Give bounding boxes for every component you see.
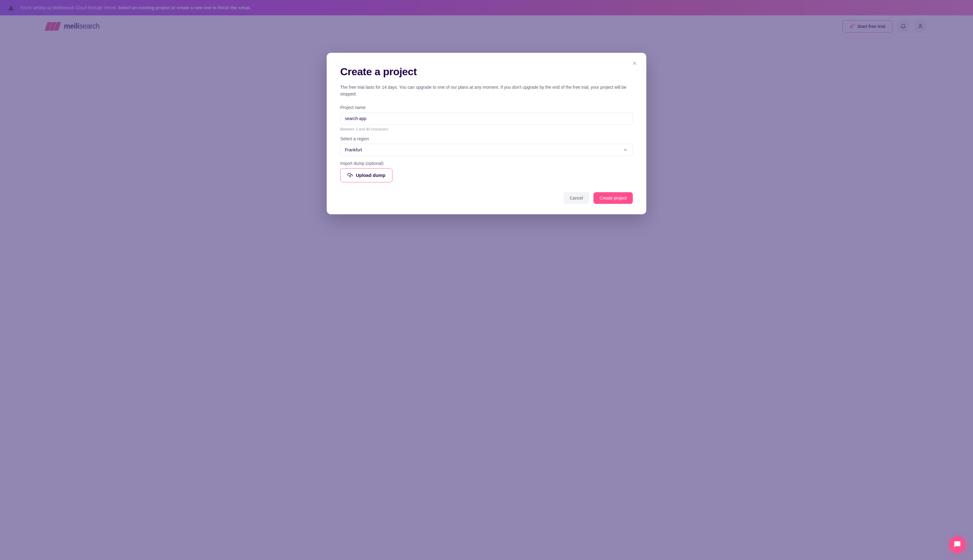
modal-footer: Cancel Create project bbox=[340, 192, 633, 204]
project-name-label: Project name bbox=[340, 105, 633, 110]
create-project-button[interactable]: Create project bbox=[593, 192, 633, 204]
upload-dump-button[interactable]: Upload dump bbox=[340, 168, 393, 182]
project-name-input[interactable] bbox=[340, 112, 633, 125]
modal-overlay[interactable]: Create a project The free trial lasts fo… bbox=[0, 0, 973, 560]
chat-icon bbox=[954, 541, 961, 548]
modal-title: Create a project bbox=[340, 66, 633, 78]
import-dump-label: Import dump (optional) bbox=[340, 161, 633, 166]
project-name-group: Project name Between 3 and 40 characters bbox=[340, 105, 633, 132]
modal-description: The free trial lasts for 14 days. You ca… bbox=[340, 84, 633, 98]
create-project-modal: Create a project The free trial lasts fo… bbox=[327, 53, 646, 214]
region-select[interactable] bbox=[340, 144, 633, 156]
upload-button-label: Upload dump bbox=[356, 173, 385, 178]
region-group: Select a region bbox=[340, 136, 633, 156]
project-name-hint: Between 3 and 40 characters bbox=[340, 127, 633, 132]
close-icon bbox=[632, 60, 638, 66]
upload-cloud-icon bbox=[347, 173, 353, 178]
import-dump-group: Import dump (optional) Upload dump bbox=[340, 161, 633, 182]
close-modal-button[interactable] bbox=[630, 58, 640, 69]
region-label: Select a region bbox=[340, 136, 633, 141]
chat-support-button[interactable] bbox=[949, 536, 966, 553]
cancel-button[interactable]: Cancel bbox=[563, 192, 589, 204]
